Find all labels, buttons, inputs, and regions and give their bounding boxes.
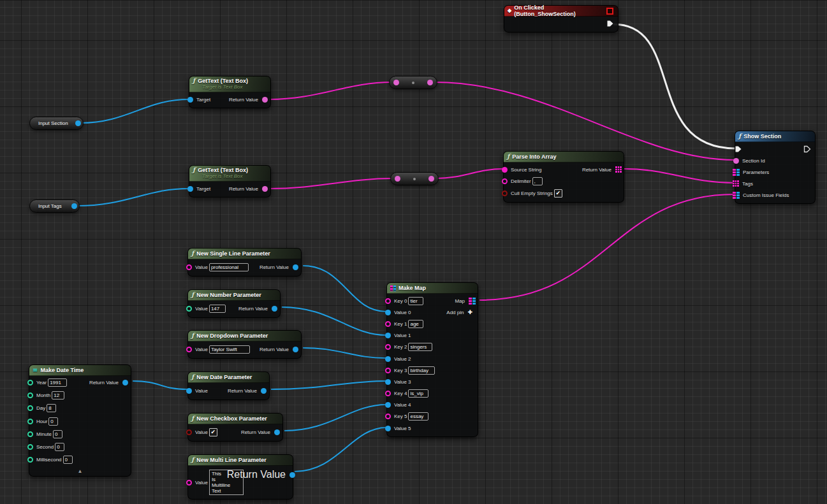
reroute-node-section[interactable] xyxy=(389,76,437,89)
key4-pin[interactable] xyxy=(385,391,391,396)
key5-pin[interactable] xyxy=(385,414,391,419)
variable-out-pin[interactable] xyxy=(75,120,81,126)
key3-pin[interactable] xyxy=(385,368,391,373)
wire-makedatetime-datevalue[interactable] xyxy=(133,381,187,389)
value-input[interactable] xyxy=(209,263,249,271)
node-new-date-parameter[interactable]: ƒ New Date Parameter Value Return Value xyxy=(187,371,270,400)
day-pin[interactable] xyxy=(27,405,33,411)
value-input[interactable] xyxy=(209,345,250,354)
exec-out-pin[interactable] xyxy=(803,145,811,153)
year-input[interactable] xyxy=(48,378,67,387)
month-input[interactable] xyxy=(52,391,64,400)
variable-node-input-tags[interactable]: Input Tags xyxy=(29,199,80,213)
value5-pin[interactable] xyxy=(385,426,391,431)
parameters-map-pin[interactable] xyxy=(733,169,740,176)
target-pin[interactable] xyxy=(187,186,193,192)
node-header[interactable]: ƒ GetText (Text Box) Target is Text Box xyxy=(189,76,270,92)
return-value-pin[interactable] xyxy=(262,97,268,103)
value0-pin[interactable] xyxy=(385,310,391,315)
reroute-in-pin[interactable] xyxy=(395,176,400,182)
wire-exec-onclicked-showsection[interactable] xyxy=(613,24,736,148)
reroute-out-pin[interactable] xyxy=(428,176,434,182)
wire-reroute1-sectionid[interactable] xyxy=(435,82,735,160)
exec-in-pin[interactable] xyxy=(735,145,742,153)
key4-input[interactable] xyxy=(408,389,428,398)
hour-input[interactable] xyxy=(48,417,58,426)
return-value-pin[interactable] xyxy=(262,186,268,192)
add-pin-label[interactable]: Add pin xyxy=(445,310,465,315)
key0-pin[interactable] xyxy=(385,298,391,304)
second-pin[interactable] xyxy=(27,444,33,450)
node-new-single-line-parameter[interactable]: ƒ New Single Line Parameter Value Return… xyxy=(187,248,302,277)
wire-gettext1-reroute1[interactable] xyxy=(269,82,392,99)
reroute-out-pin[interactable] xyxy=(427,80,433,85)
year-pin[interactable] xyxy=(27,380,33,385)
exec-out-pin[interactable] xyxy=(606,20,614,27)
month-pin[interactable] xyxy=(27,392,33,398)
node-header[interactable]: ƒ Parse Into Array xyxy=(504,152,624,162)
value-pin[interactable] xyxy=(186,388,192,394)
value1-pin[interactable] xyxy=(385,333,391,338)
return-value-pin[interactable] xyxy=(293,264,298,270)
wire-parse-tags[interactable] xyxy=(624,169,735,183)
return-value-pin[interactable] xyxy=(261,388,267,394)
node-header[interactable]: ƒ New Dropdown Parameter xyxy=(188,331,301,342)
blueprint-graph-canvas[interactable]: ◆ On Clicked (Button_ShowSection) ƒ GetT… xyxy=(0,0,827,504)
wire-inputtags-target[interactable] xyxy=(77,189,189,206)
cull-empty-strings-pin[interactable] xyxy=(502,191,508,196)
node-on-clicked[interactable]: ◆ On Clicked (Button_ShowSection) xyxy=(504,5,618,32)
wire-gettext2-reroute2[interactable] xyxy=(269,178,393,189)
variable-out-pin[interactable] xyxy=(71,203,77,209)
return-value-pin[interactable] xyxy=(293,347,298,352)
return-value-pin[interactable] xyxy=(122,380,128,385)
collapse-arrow-icon[interactable]: ▲ xyxy=(29,468,131,475)
node-new-dropdown-parameter[interactable]: ƒ New Dropdown Parameter Value Return Va… xyxy=(187,330,302,359)
return-value-pin[interactable] xyxy=(289,472,295,478)
cull-empty-strings-checkbox[interactable]: ✔ xyxy=(554,189,562,198)
node-new-checkbox-parameter[interactable]: ƒ New Checkbox Parameter Value ✔ Return … xyxy=(187,413,283,442)
variable-node-input-section[interactable]: Input Section xyxy=(29,117,84,130)
delegate-pin-icon[interactable] xyxy=(606,8,613,15)
target-pin[interactable] xyxy=(187,97,193,103)
map-out-pin[interactable] xyxy=(469,298,476,305)
value2-pin[interactable] xyxy=(385,356,391,362)
value-pin[interactable] xyxy=(186,264,192,270)
tags-array-pin[interactable] xyxy=(733,180,739,187)
wire-date-value3[interactable] xyxy=(271,381,386,389)
value3-pin[interactable] xyxy=(385,379,391,385)
key0-input[interactable] xyxy=(408,297,423,305)
node-header[interactable]: ƒ New Single Line Parameter xyxy=(188,248,301,259)
section-id-pin[interactable] xyxy=(733,158,739,164)
return-array-pin[interactable] xyxy=(615,166,622,173)
node-header[interactable]: ƒ Show Section xyxy=(735,131,815,142)
wire-singleline-value0[interactable] xyxy=(303,266,386,312)
delimiter-pin[interactable] xyxy=(502,178,508,184)
second-input[interactable] xyxy=(55,443,64,451)
node-header[interactable]: ƒ GetText (Text Box) Target is Text Box xyxy=(189,166,270,182)
node-show-section[interactable]: ƒ Show Section Section Id Parameters Tag… xyxy=(735,131,816,204)
node-header[interactable]: ƒ New Date Parameter xyxy=(188,372,269,383)
minute-input[interactable] xyxy=(53,430,62,438)
node-make-map[interactable]: Make Map Key 0 Map Value 0 Add pin ✚ Key… xyxy=(386,282,478,437)
minute-pin[interactable] xyxy=(27,431,33,437)
node-new-multi-line-parameter[interactable]: ƒ New Multi Line Parameter Return Value … xyxy=(187,454,293,500)
key2-input[interactable] xyxy=(408,343,432,351)
wire-makemap-customissuefields[interactable] xyxy=(479,194,735,300)
source-string-pin[interactable] xyxy=(502,167,508,173)
key1-pin[interactable] xyxy=(385,321,391,327)
wire-checkbox-value4[interactable] xyxy=(284,405,386,431)
key2-pin[interactable] xyxy=(385,344,391,350)
value-pin[interactable] xyxy=(186,347,192,352)
custom-issue-fields-map-pin[interactable] xyxy=(733,192,740,199)
delimiter-input[interactable] xyxy=(532,177,543,185)
return-value-pin[interactable] xyxy=(274,429,280,435)
node-gettext-section[interactable]: ƒ GetText (Text Box) Target is Text Box … xyxy=(189,76,271,108)
millisecond-pin[interactable] xyxy=(27,457,33,463)
add-pin-icon[interactable]: ✚ xyxy=(467,309,472,315)
wire-inputsection-target[interactable] xyxy=(80,99,189,123)
node-header[interactable]: ƒ New Number Parameter xyxy=(188,290,280,301)
reroute-node-tags[interactable] xyxy=(390,172,439,185)
node-header[interactable]: ◆ On Clicked (Button_ShowSection) xyxy=(504,6,618,17)
node-header[interactable]: ≡ Make Date Time xyxy=(29,365,131,376)
node-header[interactable]: ƒ New Multi Line Parameter xyxy=(188,455,293,466)
